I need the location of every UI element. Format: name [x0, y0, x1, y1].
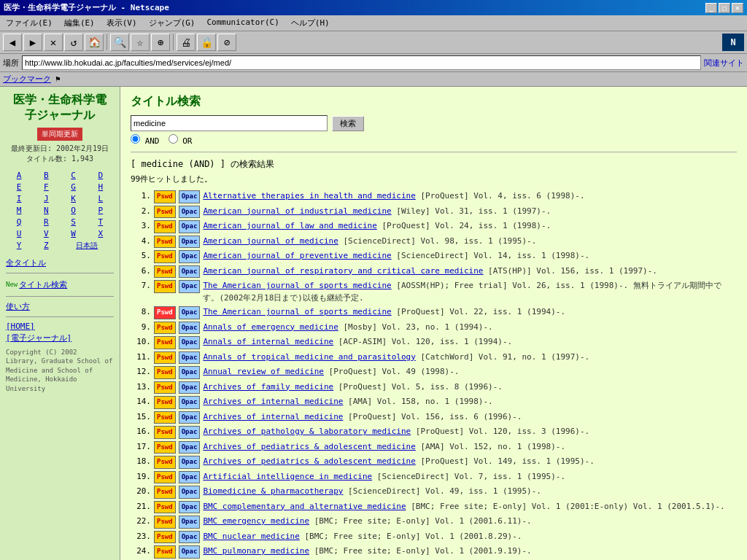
- opac-badge[interactable]: Opac: [179, 471, 201, 484]
- opac-badge[interactable]: Opac: [179, 501, 201, 514]
- alpha-A[interactable]: A: [6, 170, 32, 181]
- pswd-badge[interactable]: Pswd: [154, 456, 176, 469]
- opac-badge[interactable]: Opac: [179, 280, 201, 293]
- opac-badge[interactable]: Opac: [179, 486, 201, 499]
- radio-or-label[interactable]: OR: [169, 134, 193, 146]
- pswd-badge[interactable]: Pswd: [154, 411, 176, 424]
- opac-badge[interactable]: Opac: [179, 236, 201, 249]
- result-title-link[interactable]: Archives of pathology & laboratory medic…: [203, 427, 411, 436]
- alpha-O[interactable]: O: [61, 205, 87, 216]
- opac-badge[interactable]: Opac: [179, 206, 201, 219]
- pswd-badge[interactable]: Pswd: [154, 366, 176, 379]
- radio-and[interactable]: [131, 134, 140, 144]
- alpha-V[interactable]: V: [33, 228, 59, 239]
- result-title-link[interactable]: Annals of emergency medicine: [203, 322, 338, 332]
- pswd-badge[interactable]: Pswd: [154, 545, 176, 559]
- search-input[interactable]: [131, 115, 328, 131]
- alpha-JP[interactable]: 日本語: [61, 240, 115, 252]
- result-title-link[interactable]: Archives of family medicine: [203, 382, 333, 392]
- alpha-Q[interactable]: Q: [6, 217, 32, 228]
- bookmarks-label[interactable]: ブックマーク: [3, 74, 51, 85]
- result-title-link[interactable]: Archives of pediatrics & adolescent medi…: [203, 456, 415, 466]
- result-title-link[interactable]: American journal of respiratory and crit…: [203, 266, 483, 276]
- opac-badge[interactable]: Opac: [179, 351, 201, 365]
- opac-badge[interactable]: Opac: [179, 220, 201, 233]
- menu-edit[interactable]: 編集(E): [61, 17, 98, 29]
- pswd-badge[interactable]: Pswd: [154, 206, 176, 219]
- opac-badge[interactable]: Opac: [179, 531, 201, 544]
- menu-help[interactable]: ヘルプ(H): [288, 17, 333, 29]
- back-button[interactable]: ◀: [3, 34, 22, 51]
- result-title-link[interactable]: The American journal of sports medicine: [203, 281, 391, 290]
- pswd-badge[interactable]: Pswd: [154, 516, 176, 529]
- menu-communicator[interactable]: Communicator(C): [204, 17, 282, 29]
- alpha-K[interactable]: K: [61, 193, 87, 204]
- bookmarks-button[interactable]: ☆: [131, 34, 150, 51]
- result-title-link[interactable]: BMC nuclear medicine: [203, 532, 299, 541]
- alpha-C[interactable]: C: [61, 170, 87, 181]
- alpha-T[interactable]: T: [88, 217, 114, 228]
- result-title-link[interactable]: Archives of internal medicine: [203, 412, 343, 421]
- opac-badge[interactable]: Opac: [179, 366, 201, 379]
- result-title-link[interactable]: Alternative therapies in health and medi…: [203, 191, 415, 201]
- pswd-badge[interactable]: Pswd: [154, 351, 176, 365]
- alpha-M[interactable]: M: [6, 205, 32, 216]
- alpha-R[interactable]: R: [33, 217, 59, 228]
- search-button[interactable]: 🔍: [110, 34, 129, 51]
- opac-badge[interactable]: Opac: [179, 250, 201, 263]
- alpha-N[interactable]: N: [33, 205, 59, 216]
- alpha-X[interactable]: X: [88, 228, 114, 239]
- result-title-link[interactable]: Annals of internal medicine: [203, 337, 333, 346]
- home-link[interactable]: [HOME]: [6, 322, 114, 331]
- radio-or[interactable]: [169, 134, 178, 144]
- alpha-H[interactable]: H: [88, 182, 114, 192]
- pswd-badge[interactable]: Pswd: [154, 306, 176, 319]
- result-title-link[interactable]: American journal of industrial medicine: [203, 206, 391, 216]
- pswd-badge[interactable]: Pswd: [154, 236, 176, 249]
- stop-button2[interactable]: ⊘: [217, 34, 236, 51]
- address-input[interactable]: [22, 55, 701, 70]
- maximize-button[interactable]: □: [719, 3, 730, 13]
- opac-badge[interactable]: Opac: [179, 322, 201, 335]
- result-title-link[interactable]: American journal of preventive medicine: [203, 251, 391, 260]
- result-title-link[interactable]: BMC complementary and alternative medici…: [203, 502, 406, 511]
- title-search-link[interactable]: タイトル検索: [19, 279, 67, 290]
- update-button[interactable]: 単同期更新: [37, 128, 82, 141]
- pswd-badge[interactable]: Pswd: [154, 396, 176, 409]
- opac-badge[interactable]: Opac: [179, 190, 201, 203]
- opac-badge[interactable]: Opac: [179, 426, 201, 439]
- menu-jump[interactable]: ジャンプ(G): [146, 17, 198, 29]
- security-button[interactable]: 🔒: [197, 34, 216, 51]
- pswd-badge[interactable]: Pswd: [154, 426, 176, 439]
- result-title-link[interactable]: Annual review of medicine: [203, 367, 324, 376]
- pswd-badge[interactable]: Pswd: [154, 190, 176, 203]
- opac-badge[interactable]: Opac: [179, 411, 201, 424]
- opac-badge[interactable]: Opac: [179, 336, 201, 349]
- pswd-badge[interactable]: Pswd: [154, 531, 176, 544]
- alpha-E[interactable]: E: [6, 182, 32, 192]
- opac-badge[interactable]: Opac: [179, 441, 201, 454]
- menu-view[interactable]: 表示(V): [104, 17, 140, 29]
- result-title-link[interactable]: The American journal of sports medicine: [203, 307, 391, 316]
- opac-badge[interactable]: Opac: [179, 516, 201, 529]
- alpha-Y[interactable]: Y: [6, 240, 32, 252]
- pswd-badge[interactable]: Pswd: [154, 322, 176, 335]
- history-button[interactable]: ⊕: [151, 34, 170, 51]
- alpha-Z[interactable]: Z: [33, 240, 59, 252]
- alpha-F[interactable]: F: [33, 182, 59, 192]
- alpha-W[interactable]: W: [61, 228, 87, 239]
- all-titles-link[interactable]: 全タイトル: [6, 257, 114, 268]
- menu-file[interactable]: ファイル(E): [3, 17, 55, 29]
- pswd-badge[interactable]: Pswd: [154, 501, 176, 514]
- alpha-U[interactable]: U: [6, 228, 32, 239]
- close-button[interactable]: ×: [732, 3, 743, 13]
- alpha-J[interactable]: J: [33, 193, 59, 204]
- home-button[interactable]: 🏠: [85, 34, 104, 51]
- pswd-badge[interactable]: Pswd: [154, 220, 176, 233]
- result-title-link[interactable]: Artificial intelligence in medicine: [203, 472, 372, 481]
- pswd-badge[interactable]: Pswd: [154, 336, 176, 349]
- alpha-B[interactable]: B: [33, 170, 59, 181]
- pswd-badge[interactable]: Pswd: [154, 280, 176, 293]
- related-sites[interactable]: 関連サイト: [704, 58, 744, 69]
- refresh-button[interactable]: ↺: [64, 34, 83, 51]
